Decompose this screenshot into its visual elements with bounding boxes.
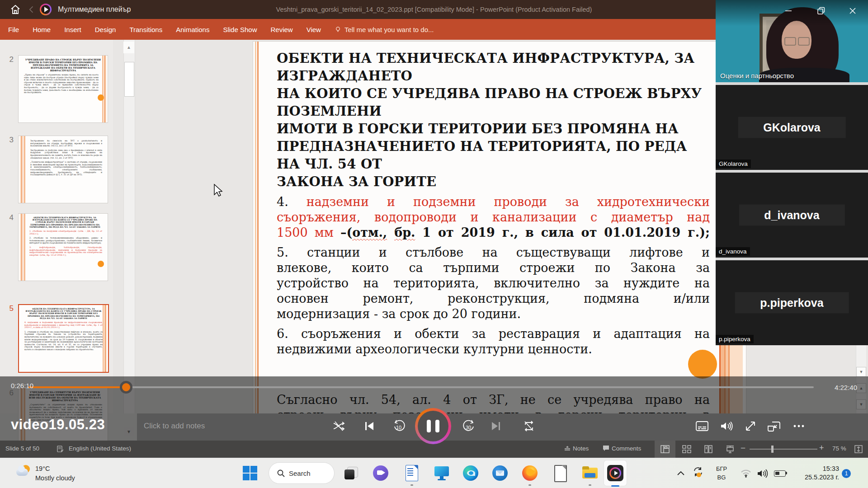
spell-check-icon[interactable]: [57, 446, 64, 453]
slideshow-view-button[interactable]: [720, 441, 741, 458]
wifi-icon[interactable]: [741, 469, 751, 478]
scroll-down-arrow-icon[interactable]: ▼: [856, 367, 866, 377]
participant-tile[interactable]: d_ivanova d_ivanova: [716, 173, 868, 258]
slide-canvas[interactable]: ОБЕКТИ НА ТЕХНИЧЕСКАТА ИНФРАСТРУКТУРА, З…: [253, 42, 746, 413]
tab-review[interactable]: Review: [270, 26, 292, 33]
zoom-in-button[interactable]: +: [819, 443, 824, 453]
normal-view-button[interactable]: [655, 441, 675, 458]
next-track-button[interactable]: [488, 418, 504, 434]
chat-app-icon[interactable]: [372, 464, 390, 482]
comments-icon: [603, 445, 609, 451]
tab-design[interactable]: Design: [95, 26, 116, 33]
slide-thumbnail-5-selected[interactable]: ОБЕКТИ НА ТЕХНИЧЕСКАТА ИНФРАСТРУКТУРА, З…: [18, 304, 109, 373]
search-box[interactable]: Search: [269, 462, 335, 484]
notes-toggle[interactable]: Notes: [564, 445, 589, 452]
powerpoint-document-title: Veshtni_prava_gorski_teritorii_14_02_202…: [190, 6, 678, 13]
sync-tray-icon[interactable]: [693, 466, 704, 480]
writer-document-icon[interactable]: [403, 464, 421, 482]
comments-toggle[interactable]: Comments: [603, 445, 641, 452]
conference-sidebar: Оценки и партньорство GKolarova GKolarov…: [716, 0, 868, 345]
slide-thumbnail-4[interactable]: ОБЕКТИ НА ТЕХНИЧЕСКАТА ИНФРАСТРУКТУРА, З…: [18, 213, 108, 281]
media-player-app-icon: [40, 4, 52, 15]
reading-view-button[interactable]: [698, 441, 719, 458]
mini-player-button[interactable]: [766, 418, 782, 434]
zoom-out-button[interactable]: −: [741, 443, 745, 453]
notification-badge[interactable]: 1: [842, 469, 851, 478]
pause-icon: [427, 420, 439, 432]
libreoffice-icon[interactable]: [551, 464, 569, 482]
presenter-face: [782, 21, 811, 59]
close-button[interactable]: [848, 6, 857, 15]
glasses: [798, 37, 810, 46]
tell-me-box[interactable]: Tell me what you want to do...: [335, 26, 434, 33]
slide-sorter-view-button[interactable]: [676, 441, 697, 458]
start-button[interactable]: [243, 466, 258, 481]
weather-icon[interactable]: [16, 465, 32, 480]
firefox-icon[interactable]: [521, 464, 539, 482]
display-settings-icon[interactable]: [433, 464, 451, 482]
svg-text:10: 10: [396, 425, 401, 430]
slide-number-status[interactable]: Slide 5 of 50: [5, 445, 39, 452]
file-explorer-icon[interactable]: [581, 464, 599, 482]
participant-name: GKolarova: [738, 117, 845, 138]
total-time: 4:22:40: [818, 384, 857, 391]
tab-file[interactable]: File: [8, 26, 19, 33]
forward-30-button[interactable]: 30: [461, 418, 476, 434]
task-view-icon[interactable]: [343, 464, 361, 482]
weather-condition[interactable]: Mostly cloudy: [35, 474, 75, 482]
svg-text:30: 30: [466, 425, 471, 430]
slide-thumbnail-2[interactable]: УЧРЕДЯВАНЕ ПРАВО НА СТРОЕЖ ВЪРХУ ПОЗЕМЛЕ…: [18, 55, 108, 123]
tab-insert[interactable]: Insert: [64, 26, 81, 33]
seek-bar[interactable]: [28, 386, 814, 388]
slide-thumbnail-panel: 2 УЧРЕДЯВАНЕ ПРАВО НА СТРОЕЖ ВЪРХУ ПОЗЕМ…: [0, 40, 113, 413]
fit-slide-to-window-icon[interactable]: [854, 445, 863, 453]
tab-view[interactable]: View: [307, 26, 321, 33]
active-indicator: [611, 485, 619, 487]
subtitles-button[interactable]: [694, 418, 710, 434]
reading-view-icon: [704, 445, 713, 453]
home-icon[interactable]: [10, 4, 21, 15]
clock[interactable]: 15:33 25.5.2023 г.: [792, 465, 839, 482]
lightbulb-icon: [335, 26, 341, 33]
seek-bar-thumb[interactable]: [120, 381, 132, 394]
participant-label: p.piperkova: [716, 335, 754, 343]
language-indicator[interactable]: БГРBG: [712, 465, 731, 482]
edge-browser-icon[interactable]: [462, 464, 480, 482]
repeat-off-button[interactable]: [521, 418, 537, 434]
weather-temperature[interactable]: 19°C: [35, 465, 50, 472]
seek-bar-progress: [28, 386, 127, 388]
rewind-10-button[interactable]: 10: [392, 418, 407, 434]
slide-thumbnail-3[interactable]: Застрояване по смисъла на ЗУТ е разполаг…: [18, 136, 108, 203]
slideshow-icon: [726, 445, 735, 453]
grid-view-icon: [682, 445, 691, 453]
tab-transitions[interactable]: Transitions: [129, 26, 162, 33]
zoom-percentage[interactable]: 75 %: [832, 445, 846, 452]
more-options-button[interactable]: [791, 418, 807, 434]
slide-left-decoration: [255, 42, 259, 413]
minimize-button[interactable]: [784, 6, 793, 15]
back-icon[interactable]: [27, 5, 36, 14]
notes-placeholder[interactable]: Click to add notes: [144, 422, 205, 431]
speaker-icon[interactable]: [757, 469, 768, 478]
volume-button[interactable]: [719, 418, 734, 434]
thunderbird-icon[interactable]: [491, 464, 509, 482]
previous-track-button[interactable]: [362, 418, 377, 434]
zoom-slider-thumb[interactable]: [771, 446, 774, 453]
thumbnail-scrollbar-thumb[interactable]: [124, 62, 134, 97]
media-player-taskbar-icon-active[interactable]: [604, 460, 627, 486]
tab-animations[interactable]: Animations: [176, 26, 209, 33]
tray-chevron-up-icon[interactable]: [677, 470, 685, 476]
glasses: [784, 37, 796, 46]
participant-tile[interactable]: p.piperkova p.piperkova: [716, 260, 868, 345]
tab-slideshow[interactable]: Slide Show: [223, 26, 257, 33]
webcam-participant-label: Оценки и партньорство: [720, 72, 794, 80]
tab-home[interactable]: Home: [33, 26, 51, 33]
pause-button[interactable]: [415, 408, 451, 444]
shuffle-off-button[interactable]: [331, 418, 347, 434]
zoom-slider[interactable]: [750, 449, 817, 450]
language-status[interactable]: English (United States): [69, 445, 131, 452]
fullscreen-button[interactable]: [743, 418, 758, 434]
scroll-up-arrow-icon[interactable]: ▲: [123, 42, 134, 53]
restore-button[interactable]: [816, 6, 826, 15]
participant-tile[interactable]: GKolarova GKolarova: [716, 85, 868, 170]
